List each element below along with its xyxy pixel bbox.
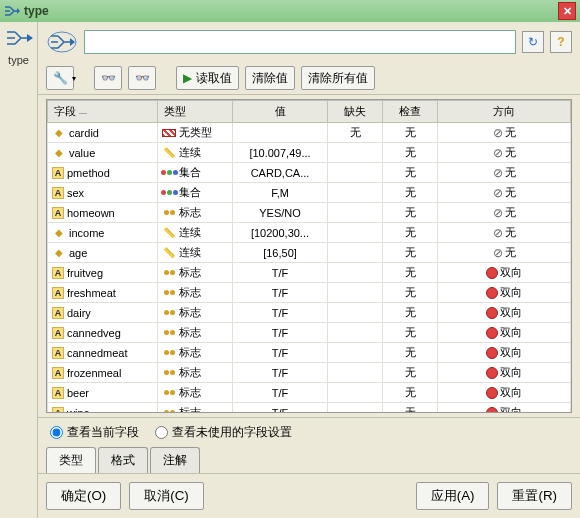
table-row[interactable]: ◆age📏连续[16,50]无⊘ 无	[48, 243, 571, 263]
col-missing[interactable]: 缺失	[328, 101, 383, 123]
refresh-icon[interactable]: ↻	[522, 31, 544, 53]
table-row[interactable]: Awine标志T/F无 双向	[48, 403, 571, 414]
col-direction[interactable]: 方向	[438, 101, 571, 123]
type-label: 连续	[179, 225, 201, 240]
table-row[interactable]: Afrozenmeal标志T/F无 双向	[48, 363, 571, 383]
check-cell: 无	[383, 343, 438, 363]
col-type[interactable]: 类型	[158, 101, 233, 123]
flag-icon	[162, 366, 176, 380]
svg-marker-0	[17, 8, 20, 14]
type-label: 标志	[179, 305, 201, 320]
clear-values-button[interactable]: 清除值	[245, 66, 295, 90]
missing-cell	[328, 183, 383, 203]
field-name: cannedveg	[67, 327, 121, 339]
table-row[interactable]: ◆income📏连续[10200,30...无⊘ 无	[48, 223, 571, 243]
value-cell: F,M	[233, 183, 328, 203]
field-name: frozenmeal	[67, 367, 121, 379]
table-row[interactable]: Acannedveg标志T/F无 双向	[48, 323, 571, 343]
both-direction-icon	[486, 347, 498, 359]
clear-all-values-button[interactable]: 清除所有值	[301, 66, 375, 90]
both-direction-icon	[486, 407, 498, 414]
table-row[interactable]: Adairy标志T/F无 双向	[48, 303, 571, 323]
missing-cell	[328, 323, 383, 343]
table-row[interactable]: Ahomeown标志YES/NO无⊘ 无	[48, 203, 571, 223]
table-row[interactable]: ◆value📏连续[10.007,49...无⊘ 无	[48, 143, 571, 163]
apply-button[interactable]: 应用(A)	[416, 482, 490, 510]
radio-view-unused[interactable]: 查看未使用的字段设置	[155, 424, 292, 441]
col-field[interactable]: 字段—	[48, 101, 158, 123]
continuous-icon: 📏	[162, 226, 176, 240]
flag-icon	[162, 326, 176, 340]
value-cell: T/F	[233, 343, 328, 363]
missing-cell	[328, 283, 383, 303]
both-direction-icon	[486, 367, 498, 379]
type-label: 标志	[179, 285, 201, 300]
missing-cell	[328, 223, 383, 243]
table-row[interactable]: Abeer标志T/F无 双向	[48, 383, 571, 403]
options-button[interactable]: 🔧▾	[46, 66, 74, 90]
window-title: type	[24, 4, 49, 18]
check-cell: 无	[383, 263, 438, 283]
view-toggle-2[interactable]: 👓	[128, 66, 156, 90]
read-values-button[interactable]: ▶读取值	[176, 66, 239, 90]
missing-cell: 无	[328, 123, 383, 143]
type-label: 连续	[179, 145, 201, 160]
table-row[interactable]: Afreshmeat标志T/F无 双向	[48, 283, 571, 303]
continuous-icon: 📏	[162, 146, 176, 160]
missing-cell	[328, 363, 383, 383]
reset-button[interactable]: 重置(R)	[497, 482, 572, 510]
col-check[interactable]: 检查	[383, 101, 438, 123]
field-name: freshmeat	[67, 287, 116, 299]
svg-marker-1	[27, 34, 33, 42]
expression-input[interactable]	[84, 30, 516, 54]
check-cell: 无	[383, 143, 438, 163]
key-icon: ◆	[52, 226, 66, 240]
value-cell	[233, 123, 328, 143]
direction-cell: 双向	[442, 325, 566, 340]
check-cell: 无	[383, 323, 438, 343]
table-row[interactable]: Acannedmeat标志T/F无 双向	[48, 343, 571, 363]
check-cell: 无	[383, 303, 438, 323]
prohibit-icon: ⊘	[493, 226, 503, 240]
string-icon: A	[52, 187, 64, 199]
string-icon: A	[52, 407, 64, 414]
missing-cell	[328, 343, 383, 363]
value-cell: [16,50]	[233, 243, 328, 263]
table-row[interactable]: Afruitveg标志T/F无 双向	[48, 263, 571, 283]
direction-cell: 双向	[442, 405, 566, 413]
check-cell: 无	[383, 183, 438, 203]
flag-icon	[162, 266, 176, 280]
prohibit-icon: ⊘	[493, 126, 503, 140]
field-name: cardid	[69, 127, 99, 139]
prohibit-icon: ⊘	[493, 186, 503, 200]
fields-table: 字段— 类型 值 缺失 检查 方向 ◆cardid无类型无无⊘ 无◆value📏…	[47, 100, 571, 413]
field-name: cannedmeat	[67, 347, 128, 359]
field-name: sex	[67, 187, 84, 199]
check-cell: 无	[383, 243, 438, 263]
col-value[interactable]: 值	[233, 101, 328, 123]
help-icon[interactable]: ?	[550, 31, 572, 53]
direction-cell: ⊘ 无	[442, 165, 566, 180]
tab-format[interactable]: 格式	[98, 447, 148, 473]
table-row[interactable]: Apmethod集合CARD,CA...无⊘ 无	[48, 163, 571, 183]
close-button[interactable]: ✕	[558, 2, 576, 20]
field-name: dairy	[67, 307, 91, 319]
table-row[interactable]: ◆cardid无类型无无⊘ 无	[48, 123, 571, 143]
value-cell: T/F	[233, 383, 328, 403]
direction-cell: 双向	[442, 345, 566, 360]
radio-view-current[interactable]: 查看当前字段	[50, 424, 139, 441]
view-toggle-1[interactable]: 👓	[94, 66, 122, 90]
check-cell: 无	[383, 383, 438, 403]
tab-type[interactable]: 类型	[46, 447, 96, 473]
string-icon: A	[52, 367, 64, 379]
direction-cell: ⊘ 无	[442, 185, 566, 200]
table-row[interactable]: Asex集合F,M无⊘ 无	[48, 183, 571, 203]
field-name: beer	[67, 387, 89, 399]
ok-button[interactable]: 确定(O)	[46, 482, 121, 510]
string-icon: A	[52, 387, 64, 399]
tab-annotate[interactable]: 注解	[150, 447, 200, 473]
check-cell: 无	[383, 283, 438, 303]
field-name: value	[69, 147, 95, 159]
cancel-button[interactable]: 取消(C)	[129, 482, 204, 510]
type-label: 标志	[179, 325, 201, 340]
